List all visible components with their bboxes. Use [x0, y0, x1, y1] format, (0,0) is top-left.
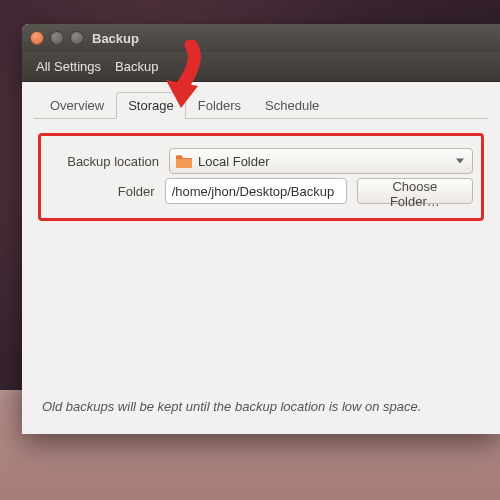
- tab-storage[interactable]: Storage: [116, 92, 186, 119]
- toolbar-section[interactable]: Backup: [115, 59, 158, 74]
- all-settings-link[interactable]: All Settings: [36, 59, 101, 74]
- tab-folders[interactable]: Folders: [186, 92, 253, 119]
- folder-label: Folder: [49, 184, 155, 199]
- maximize-button[interactable]: [70, 31, 84, 45]
- toolbar: All Settings Backup: [22, 52, 500, 82]
- annotation-highlight-box: Backup location Local Folder Folder Choo…: [38, 133, 484, 221]
- backup-location-row: Backup location Local Folder: [49, 148, 473, 174]
- tabstrip: Overview Storage Folders Schedule: [34, 92, 488, 119]
- chevron-down-icon: [456, 159, 464, 164]
- window-controls: [30, 31, 84, 45]
- backup-location-value: Local Folder: [198, 154, 270, 169]
- minimize-button[interactable]: [50, 31, 64, 45]
- backup-window: Backup All Settings Backup Overview Stor…: [22, 24, 500, 434]
- content-area: Overview Storage Folders Schedule Backup…: [22, 82, 500, 237]
- storage-panel: Backup location Local Folder Folder Choo…: [34, 119, 488, 225]
- backup-location-combo[interactable]: Local Folder: [169, 148, 473, 174]
- titlebar: Backup: [22, 24, 500, 52]
- choose-folder-button[interactable]: Choose Folder…: [357, 178, 473, 204]
- footer-note: Old backups will be kept until the backu…: [42, 399, 480, 414]
- tab-schedule[interactable]: Schedule: [253, 92, 331, 119]
- window-title: Backup: [92, 31, 139, 46]
- folder-row: Folder Choose Folder…: [49, 178, 473, 204]
- close-button[interactable]: [30, 31, 44, 45]
- tab-overview[interactable]: Overview: [38, 92, 116, 119]
- folder-icon: [176, 155, 192, 168]
- folder-path-input[interactable]: [165, 178, 347, 204]
- backup-location-label: Backup location: [49, 154, 159, 169]
